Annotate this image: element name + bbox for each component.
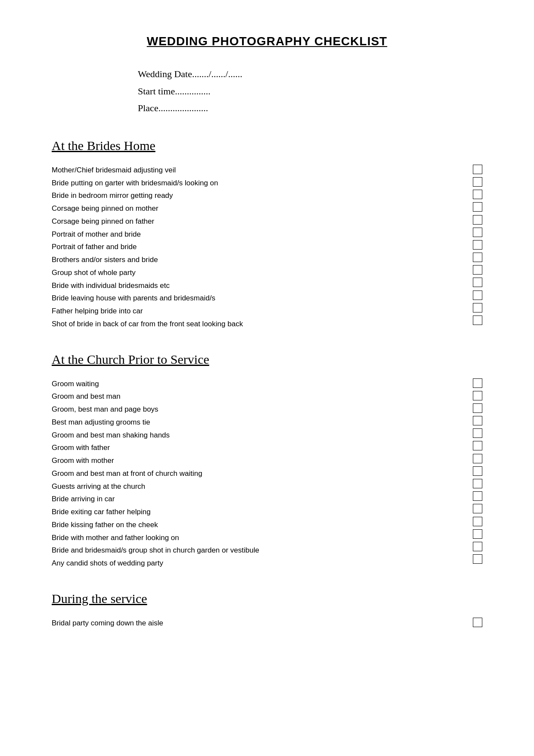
- checkbox[interactable]: [473, 228, 482, 237]
- page-title: WEDDING PHOTOGRAPHY CHECKLIST: [52, 34, 482, 48]
- list-item: Any candid shots of wedding party: [52, 557, 460, 570]
- checkbox[interactable]: [473, 391, 482, 400]
- list-item: Groom waiting: [52, 378, 460, 390]
- list-item: Group shot of whole party: [52, 266, 460, 279]
- checkbox[interactable]: [473, 542, 482, 551]
- checkbox[interactable]: [473, 403, 482, 413]
- checkbox[interactable]: [473, 303, 482, 312]
- list-item: Bride with individual bridesmaids etc: [52, 279, 460, 292]
- checkbox[interactable]: [473, 253, 482, 262]
- checkbox[interactable]: [473, 466, 482, 476]
- list-item: Bride and bridesmaid/s group shot in chu…: [52, 544, 460, 557]
- checkbox[interactable]: [473, 316, 482, 325]
- section-during-service: During the serviceBridal party coming do…: [52, 591, 482, 630]
- checkbox[interactable]: [473, 378, 482, 388]
- list-item: Groom and best man at front of church wa…: [52, 467, 460, 480]
- wedding-place: Place.....................: [138, 100, 482, 117]
- list-item: Corsage being pinned on father: [52, 215, 460, 228]
- list-item: Bride kissing father on the cheek: [52, 519, 460, 531]
- list-item: Bride putting on garter with bridesmaid/…: [52, 177, 460, 190]
- list-item: Guests arriving at the church: [52, 480, 460, 493]
- checkbox[interactable]: [473, 202, 482, 212]
- checkbox[interactable]: [473, 190, 482, 199]
- checkbox[interactable]: [473, 479, 482, 488]
- list-item: Bridal party coming down the aisle: [52, 617, 460, 630]
- checkbox[interactable]: [473, 454, 482, 463]
- list-item: Groom with mother: [52, 454, 460, 467]
- list-item: Groom and best man: [52, 390, 460, 403]
- section-title-during-service: During the service: [52, 591, 482, 606]
- section-title-church-prior: At the Church Prior to Service: [52, 352, 482, 367]
- checkbox[interactable]: [473, 428, 482, 438]
- section-church-prior: At the Church Prior to ServiceGroom wait…: [52, 352, 482, 570]
- checkbox[interactable]: [473, 291, 482, 300]
- wedding-start-time: Start time...............: [138, 83, 482, 100]
- checkbox[interactable]: [473, 177, 482, 187]
- list-item: Shot of bride in back of car from the fr…: [52, 318, 460, 331]
- list-item: Corsage being pinned on mother: [52, 202, 460, 215]
- checkbox[interactable]: [473, 441, 482, 450]
- section-title-brides-home: At the Brides Home: [52, 138, 482, 153]
- checkbox[interactable]: [473, 215, 482, 225]
- list-item: Father helping bride into car: [52, 305, 460, 318]
- list-item: Bride arriving in car: [52, 493, 460, 506]
- checkbox[interactable]: [473, 278, 482, 287]
- list-item: Groom and best man shaking hands: [52, 429, 460, 442]
- wedding-date: Wedding Date......./....../......: [138, 66, 482, 83]
- checkbox[interactable]: [473, 416, 482, 425]
- checkbox[interactable]: [473, 240, 482, 250]
- list-item: Groom with father: [52, 441, 460, 454]
- checkbox[interactable]: [473, 517, 482, 526]
- checkbox[interactable]: [473, 265, 482, 275]
- checkbox[interactable]: [473, 491, 482, 501]
- checkbox[interactable]: [473, 165, 482, 174]
- list-item: Portrait of mother and bride: [52, 228, 460, 241]
- checkbox[interactable]: [473, 529, 482, 539]
- list-item: Bride in bedroom mirror getting ready: [52, 189, 460, 202]
- list-item: Brothers and/or sisters and bride: [52, 253, 460, 266]
- list-item: Groom, best man and page boys: [52, 403, 460, 416]
- checkbox[interactable]: [473, 618, 482, 627]
- list-item: Portrait of father and bride: [52, 241, 460, 253]
- list-item: Bride leaving house with parents and bri…: [52, 292, 460, 305]
- list-item: Best man adjusting grooms tie: [52, 416, 460, 429]
- wedding-info: Wedding Date......./....../...... Start …: [138, 66, 482, 117]
- section-brides-home: At the Brides HomeMother/Chief bridesmai…: [52, 138, 482, 331]
- list-item: Bride exiting car father helping: [52, 506, 460, 519]
- checkbox[interactable]: [473, 504, 482, 513]
- list-item: Bride with mother and father looking on: [52, 531, 460, 544]
- checkbox[interactable]: [473, 554, 482, 564]
- list-item: Mother/Chief bridesmaid adjusting veil: [52, 164, 460, 177]
